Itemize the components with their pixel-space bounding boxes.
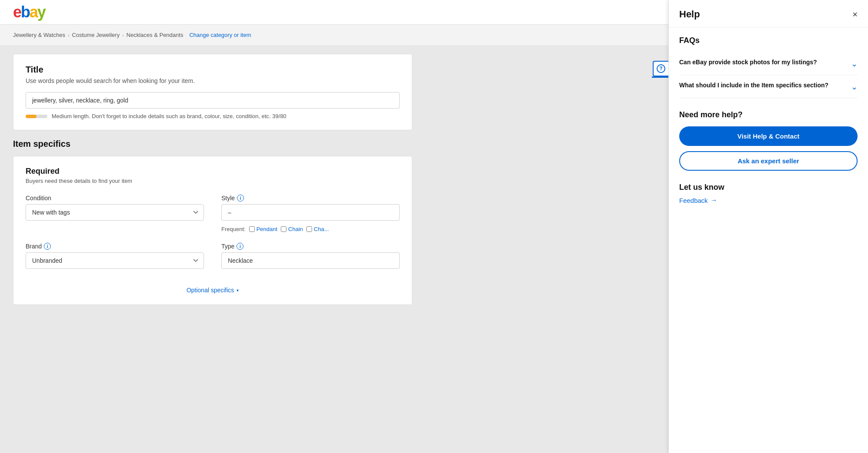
breadcrumb-cat1: Jewellery & Watches — [13, 32, 65, 38]
cha-label: Cha... — [314, 226, 329, 232]
help-header: Help × — [669, 0, 868, 27]
type-label: Type i — [221, 243, 400, 250]
help-panel: Help × FAQs Can eBay provide stock photo… — [668, 0, 868, 446]
required-subtitle: Buyers need these details to find your i… — [26, 178, 400, 184]
optional-specifics-button[interactable]: Optional specifics ▾ — [187, 287, 239, 294]
title-heading: Title — [26, 65, 400, 75]
frequent-tag-chain[interactable]: Chain — [281, 226, 303, 232]
style-label-text: Style — [221, 195, 235, 202]
type-input[interactable] — [221, 252, 400, 269]
char-feedback-text: Medium length. Don't forget to include d… — [52, 113, 286, 119]
condition-select[interactable]: New with tags New without tags New with … — [26, 204, 204, 221]
help-tab-underline — [652, 76, 668, 78]
help-body: FAQs Can eBay provide stock photos for m… — [669, 27, 868, 213]
chain-checkbox[interactable] — [281, 226, 286, 232]
ebay-logo: e b a y — [13, 4, 45, 20]
help-close-button[interactable]: × — [852, 10, 858, 19]
brand-field-group: Brand i Unbranded — [26, 243, 204, 269]
title-input[interactable] — [26, 92, 400, 109]
feedback-link[interactable]: Feedback → — [679, 196, 858, 204]
ask-expert-seller-button[interactable]: Ask an expert seller — [679, 151, 858, 171]
faq-item-2[interactable]: What should I include in the Item specif… — [679, 75, 858, 98]
pendant-label: Pendant — [256, 226, 277, 232]
breadcrumb-cat2: Costume Jewellery — [72, 32, 120, 38]
title-section: Title Use words people would search for … — [13, 54, 412, 130]
logo-b: b — [21, 4, 30, 20]
brand-info-icon[interactable]: i — [44, 243, 51, 250]
type-field-group: Type i — [221, 243, 400, 269]
item-specifics-heading: Item specifics — [13, 139, 412, 149]
visit-help-contact-button[interactable]: Visit Help & Contact — [679, 126, 858, 146]
style-field-group: Style i Frequent: Pendant Chain — [221, 195, 400, 232]
title-subtitle: Use words people would search for when l… — [26, 77, 400, 84]
breadcrumb-chevron2: › — [122, 33, 124, 38]
content-area: Title Use words people would search for … — [0, 45, 425, 446]
need-more-title: Need more help? — [679, 110, 858, 119]
faq-question-2: What should I include in the Item specif… — [679, 81, 829, 90]
let-us-know-title: Let us know — [679, 183, 858, 192]
faqs-title: FAQs — [679, 36, 858, 45]
faq-item-1[interactable]: Can eBay provide stock photos for my lis… — [679, 52, 858, 75]
breadcrumb-chevron1: › — [68, 33, 69, 38]
required-card: Required Buyers need these details to fi… — [13, 156, 412, 305]
logo-y: y — [37, 4, 45, 20]
faq-chevron-2: ⌄ — [851, 82, 858, 92]
char-feedback-row: Medium length. Don't forget to include d… — [26, 113, 400, 119]
main-layout: Title Use words people would search for … — [0, 45, 868, 446]
brand-select[interactable]: Unbranded — [26, 252, 204, 269]
faq-chevron-1: ⌄ — [851, 59, 858, 69]
progress-bar-container — [26, 115, 47, 118]
logo-e: e — [13, 4, 21, 20]
brand-label-text: Brand — [26, 243, 42, 250]
change-category-link[interactable]: Change category or item — [189, 32, 251, 38]
style-input[interactable] — [221, 204, 400, 221]
chain-label: Chain — [288, 226, 303, 232]
optional-specifics-section: Optional specifics ▾ — [26, 279, 400, 294]
frequent-tag-pendant[interactable]: Pendant — [249, 226, 277, 232]
help-trigger-tab[interactable]: ? — [653, 61, 668, 76]
brand-label: Brand i — [26, 243, 204, 250]
condition-label: Condition — [26, 195, 204, 202]
style-label: Style i — [221, 195, 400, 202]
feedback-arrow-icon: → — [710, 196, 717, 204]
let-us-know-section: Let us know Feedback → — [679, 183, 858, 204]
help-title: Help — [679, 9, 700, 20]
pendant-checkbox[interactable] — [249, 226, 255, 232]
frequent-tag-cha[interactable]: Cha... — [306, 226, 329, 232]
style-info-icon[interactable]: i — [237, 195, 244, 202]
breadcrumb-cat3: Necklaces & Pendants — [126, 32, 183, 38]
logo-a: a — [30, 4, 37, 20]
condition-field-group: Condition New with tags New without tags… — [26, 195, 204, 232]
need-more-help: Need more help? Visit Help & Contact Ask… — [679, 110, 858, 171]
type-label-text: Type — [221, 243, 234, 250]
optional-chevron-down-icon: ▾ — [237, 288, 239, 293]
optional-specifics-label: Optional specifics — [187, 287, 234, 294]
progress-bar-fill — [26, 115, 36, 118]
frequent-tags: Frequent: Pendant Chain Cha... — [221, 226, 400, 232]
type-info-icon[interactable]: i — [237, 243, 243, 250]
frequent-label: Frequent: — [221, 226, 246, 232]
feedback-label: Feedback — [679, 197, 708, 204]
help-trigger-icon: ? — [657, 64, 665, 73]
cha-checkbox[interactable] — [306, 226, 312, 232]
fields-grid: Condition New with tags New without tags… — [26, 195, 400, 269]
required-title: Required — [26, 167, 400, 176]
faq-question-1: Can eBay provide stock photos for my lis… — [679, 58, 817, 67]
